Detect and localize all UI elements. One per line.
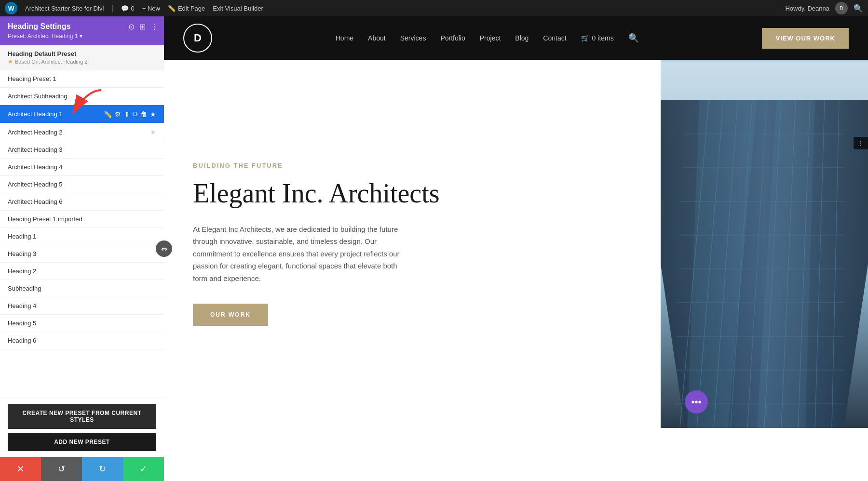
preset-item-heading-preset-1-imported[interactable]: Heading Preset 1 imported [0,211,164,228]
item-label: Heading 3 [8,250,156,257]
main-layout: Heading Settings Preset: Architect Headi… [0,0,868,481]
comment-bubble-icon: 💬 [121,5,129,12]
website-container: D Home About Services Portfolio Project … [164,16,868,481]
hero-image: ⋮ ••• [661,60,868,428]
group-title: Heading Default Preset [8,50,156,57]
item-label: Heading 6 [8,337,156,344]
wp-logo-icon[interactable]: W [5,2,17,14]
redo-button[interactable]: ↻ [82,457,123,481]
duplicate-icon[interactable]: ⧉ [133,110,137,118]
item-label: Architect Heading 3 [8,146,156,153]
comment-count: 0 [131,5,134,12]
edit-icon[interactable]: ✏️ [104,110,112,118]
nav-link-project[interactable]: Project [480,34,501,42]
item-label: Heading 4 [8,302,156,309]
settings-icon[interactable]: ⚙ [115,110,121,118]
hero-section: BUILDING THE FUTURE Elegant Inc. Archite… [164,60,868,428]
nav-link-home[interactable]: Home [336,34,353,42]
preset-list: Heading Default Preset ★ Based On: Archi… [0,45,164,398]
cart-link[interactable]: 🛒 0 items [581,34,614,42]
undo-button[interactable]: ↺ [41,457,82,481]
item-label: Architect Heading 5 [8,181,156,188]
undo-icon: ↺ [58,464,65,474]
preset-item-architect-heading-2[interactable]: Architect Heading 2 ★ [0,123,164,141]
comments-link[interactable]: 💬 0 [121,5,134,12]
upload-icon[interactable]: ⬆ [124,110,130,118]
site-title-text: Architect Starter Site for Divi [25,5,104,12]
nav-link-blog[interactable]: Blog [515,34,529,42]
our-work-button[interactable]: OUR WORK [193,304,268,326]
panel-resize-handle[interactable]: ⇔ [156,240,172,257]
new-content-button[interactable]: + New [142,5,160,12]
cart-icon: 🛒 [581,34,589,42]
focus-mode-icon[interactable]: ⊙ [128,22,135,31]
preset-item-architect-subheading[interactable]: Architect Subheading [0,88,164,105]
item-label: Architect Subheading [8,93,156,100]
panel-buttons: CREATE NEW PRESET FROM CURRENT STYLES AD… [0,398,164,457]
exit-visual-builder-link[interactable]: Exit Visual Builder [213,5,263,12]
nav-right: VIEW OUR WORK [762,28,849,49]
cancel-icon: ✕ [17,464,24,474]
settings-dots-icon[interactable]: ⋮ [858,140,864,147]
star-active-icon[interactable]: ★ [150,110,156,118]
item-label: Heading Preset 1 imported [8,215,156,223]
preset-item-architect-heading-6[interactable]: Architect Heading 6 [0,193,164,211]
nav-search-icon[interactable]: 🔍 [628,33,639,43]
edit-page-link[interactable]: ✏️ Edit Page [168,5,205,12]
preset-item-heading-preset-1[interactable]: Heading Preset 1 [0,70,164,88]
item-label: Heading 1 [8,233,156,240]
item-action-icons: ✏️ ⚙ ⬆ ⧉ 🗑 ★ [104,110,156,118]
site-logo: D [183,24,212,53]
item-label: Architect Heading 1 [8,110,104,118]
cancel-button[interactable]: ✕ [0,457,41,481]
preset-item-heading-4[interactable]: Heading 4 [0,297,164,315]
preset-item-architect-heading-1[interactable]: Architect Heading 1 ✏️ ⚙ ⬆ ⧉ 🗑 ★ [0,105,164,123]
howdy-text: Howdy, Deanna [785,5,829,12]
add-preset-button[interactable]: ADD NEW PRESET [8,433,156,451]
hero-description: At Elegant Inc Architects, we are dedica… [193,223,405,285]
save-icon: ✓ [140,464,147,474]
view-work-button[interactable]: VIEW OUR WORK [762,28,849,49]
building-illustration [661,60,868,428]
save-button[interactable]: ✓ [123,457,164,481]
panel-header: Heading Settings Preset: Architect Headi… [0,16,164,45]
hero-subtitle: BUILDING THE FUTURE [193,162,632,169]
preset-item-heading-6[interactable]: Heading 6 [0,332,164,349]
user-avatar[interactable]: D [835,2,848,14]
preset-item-subheading[interactable]: Subheading [0,280,164,297]
create-preset-button[interactable]: CREATE NEW PRESET FROM CURRENT STYLES [8,404,156,429]
nav-link-portfolio[interactable]: Portfolio [440,34,465,42]
preset-item-heading-3[interactable]: Heading 3 [0,245,164,263]
preset-item-architect-heading-4[interactable]: Architect Heading 4 [0,159,164,176]
preset-item-architect-heading-5[interactable]: Architect Heading 5 [0,176,164,193]
item-label: Architect Heading 6 [8,198,156,205]
item-label: Heading Preset 1 [8,75,156,82]
nav-link-services[interactable]: Services [400,34,426,42]
nav-link-contact[interactable]: Contact [543,34,566,42]
preset-group-header: Heading Default Preset ★ Based On: Archi… [0,45,164,70]
based-on-text: ★ Based On: Architect Heading 2 [8,58,156,65]
preset-item-heading-2[interactable]: Heading 2 [0,263,164,280]
preset-item-heading-1[interactable]: Heading 1 [0,228,164,245]
nav-link-about[interactable]: About [368,34,386,42]
left-panel: Heading Settings Preset: Architect Headi… [0,16,164,481]
pencil-icon: ✏️ [168,5,176,12]
exit-builder-label: Exit Visual Builder [213,5,263,12]
site-name[interactable]: Architect Starter Site for Divi [25,5,104,12]
website-preview: D Home About Services Portfolio Project … [164,16,868,481]
delete-icon[interactable]: 🗑 [140,110,147,118]
panel-header-icons: ⊙ ⊞ ⋮ [128,22,158,31]
preset-item-heading-5[interactable]: Heading 5 [0,315,164,332]
wp-admin-bar: W Architect Starter Site for Divi | 💬 0 … [0,0,868,16]
preset-label-text: Preset: Architect Heading 1 [8,33,78,40]
hero-title: Elegant Inc. Architects [193,179,632,209]
admin-search-icon[interactable]: 🔍 [854,4,863,13]
layout-icon[interactable]: ⊞ [139,22,146,31]
floating-fab-button[interactable]: ••• [685,390,708,414]
more-options-icon[interactable]: ⋮ [150,22,158,31]
item-label: Architect Heading 4 [8,163,156,171]
module-settings-bar: ⋮ [854,137,868,149]
preset-label[interactable]: Preset: Architect Heading 1 ▾ [8,33,156,40]
star-button[interactable]: ★ [150,128,156,136]
preset-item-architect-heading-3[interactable]: Architect Heading 3 [0,141,164,159]
